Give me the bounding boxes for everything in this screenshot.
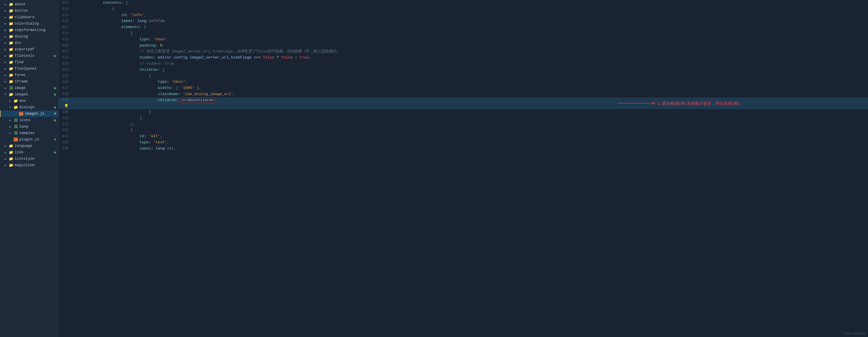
collapse-arrow: ▶ (5, 144, 8, 148)
sidebar-item-liststyle[interactable]: ▶ 📁 liststyle (0, 156, 58, 162)
sidebar-item-iframe[interactable]: ▶ 📁 iframe (0, 78, 58, 85)
folder-icon: 📁 (9, 28, 13, 32)
collapse-arrow: ▶ (5, 74, 8, 77)
sidebar-item-label: dev (19, 99, 26, 103)
arrow-head (652, 102, 655, 105)
line-content: { (73, 73, 617, 79)
code-editor[interactable]: 413 contents: [414 {415 id: 'info',416 l… (59, 0, 868, 337)
line-content: contents: [ (73, 0, 617, 6)
sidebar-item-magicline[interactable]: ▶ 📁 magicline (0, 162, 58, 168)
folder-icon: 📁 (9, 150, 13, 155)
sidebar-item-pluginjs[interactable]: ▶ js plugin.js U (0, 136, 58, 143)
line-number: 432 (59, 122, 73, 128)
folder-icon: 📁 (9, 54, 13, 58)
line-number: 420 (59, 43, 73, 49)
folder-icon: 📁 (13, 105, 18, 109)
folder-icon: 📁 (9, 163, 13, 167)
sidebar-item-colordialog[interactable]: ▶ 📁 colordialog (0, 21, 58, 27)
annotation-text: 1. 因为根据URL里的图片改变，所以先找URL (658, 100, 740, 106)
line-number: 419 (59, 37, 73, 43)
sidebar-item-image2[interactable]: ▼ 📁 image2 (0, 91, 58, 98)
sidebar-item-label: div (14, 41, 21, 45)
sidebar-item-samples[interactable]: ▶ 🖼 samples (0, 130, 58, 136)
modified-indicator (54, 120, 56, 122)
sidebar-item-about[interactable]: ▶ 📁 about (0, 1, 58, 8)
sidebar-item-image[interactable]: ▶ 🖼 image (0, 85, 58, 91)
line-number: 416 (59, 18, 73, 24)
line-content: children: [ (73, 67, 617, 73)
collapse-arrow: ▼ (5, 93, 8, 96)
file-tree: ▶ 📁 about ▶ 📁 button ▶ 📁 clipboard ▶ 📁 c… (0, 0, 59, 337)
sidebar-item-button[interactable]: ▶ 📁 button (0, 8, 58, 14)
sidebar-item-link[interactable]: ▶ 📁 link (0, 149, 58, 156)
sidebar-item-dialogs[interactable]: ▼ 📁 dialogs (0, 104, 58, 110)
sidebar-item-label: liststyle (14, 157, 35, 161)
modified-indicator (54, 151, 56, 154)
sidebar-item-label: floatpanel (14, 67, 37, 71)
folder-icon: 📁 (9, 67, 13, 71)
sidebar-item-lang[interactable]: ▶ 🖼 lang (0, 124, 58, 130)
line-content: type: 'text', (73, 139, 617, 146)
untracked-badge: U (54, 138, 56, 141)
line-number: 425 (59, 73, 73, 79)
collapse-arrow: ▶ (5, 48, 8, 51)
sidebar-item-find[interactable]: ▶ 📁 find (0, 59, 58, 66)
annotation-cell: 1. 因为根据URL里的图片改变，所以先找URL (617, 97, 868, 109)
line-content: label: lang.infoTab, (73, 18, 617, 24)
line-number: 429 💡 (59, 97, 73, 109)
line-number: 424 (59, 67, 73, 73)
collapse-arrow: ▶ (5, 87, 8, 90)
collapse-arrow: ▶ (9, 132, 13, 135)
line-content: widths: [ '100%' ], (73, 85, 617, 91)
collapse-arrow: ▶ (5, 55, 8, 58)
collapse-arrow: ▶ (5, 41, 8, 45)
folder-icon: 📁 (9, 9, 13, 13)
line-content: }, (73, 122, 617, 128)
sidebar-item-label: exportpdf (14, 47, 35, 52)
folder-icon: 📁 (13, 99, 18, 103)
folder-icon: 📁 (9, 47, 13, 52)
line-number: 427 (59, 85, 73, 91)
line-number: 431 (59, 115, 73, 122)
line-content: type: 'hbox', (73, 79, 617, 85)
folder-icon: 📁 (9, 15, 13, 19)
folder-icon: 📁 (9, 157, 13, 161)
line-content: { (73, 30, 617, 37)
line-content: className: 'cke_dialog_image_url', (73, 91, 617, 97)
sidebar-item-clipboard[interactable]: ▶ 📁 clipboard (0, 14, 58, 21)
sidebar-item-label: image2 (14, 93, 28, 97)
arrow-line (617, 103, 652, 104)
line-number: 422 (59, 55, 73, 61)
line-content: id: 'alt', (73, 133, 617, 139)
sidebar-item-label: link (14, 150, 24, 155)
highlighted-token: srcBoxChildren (181, 97, 215, 103)
sidebar-item-label: image2.js (25, 112, 44, 116)
sidebar-item-dev[interactable]: ▶ 📁 dev (0, 98, 58, 104)
line-number: 421 (59, 48, 73, 55)
sidebar-item-label: iframe (14, 79, 28, 84)
folder-icon: 🖼 (13, 125, 18, 129)
folder-icon: 📁 (9, 73, 13, 77)
sidebar-item-div[interactable]: ▶ 📁 div (0, 40, 58, 46)
sidebar-item-exportpdf[interactable]: ▶ 📁 exportpdf (0, 46, 58, 53)
collapse-arrow: ▶ (5, 29, 8, 32)
sidebar-item-icons[interactable]: ▶ 🖼 icons (0, 117, 58, 124)
sidebar-item-filetools[interactable]: ▶ 📁 filetools (0, 53, 58, 59)
sidebar-item-dialog[interactable]: ▶ 📁 dialog (0, 33, 58, 40)
sidebar-item-language[interactable]: ▶ 📁 language (0, 143, 58, 149)
sidebar-item-label: samples (19, 131, 35, 135)
collapse-arrow: ▶ (9, 99, 13, 103)
sidebar-item-floatpanel[interactable]: ▶ 📁 floatpanel (0, 66, 58, 72)
sidebar-item-image2js[interactable]: ▶ js image2.js M (0, 110, 58, 117)
folder-icon: 📁 (9, 93, 13, 97)
collapse-arrow: ▶ (5, 157, 8, 161)
line-number: 418 (59, 30, 73, 37)
line-number: 435 (59, 139, 73, 146)
file-js-icon: js (19, 112, 24, 116)
code-table: 413 contents: [414 {415 id: 'info',416 l… (59, 0, 868, 152)
sidebar-item-copyformatting[interactable]: ▶ 📁 copyformatting (0, 27, 58, 33)
line-content: { (73, 6, 617, 12)
sidebar-item-forms[interactable]: ▶ 📁 forms (0, 72, 58, 78)
sidebar-item-label: magicline (14, 163, 35, 167)
line-content: // hidden: true, (73, 61, 617, 67)
